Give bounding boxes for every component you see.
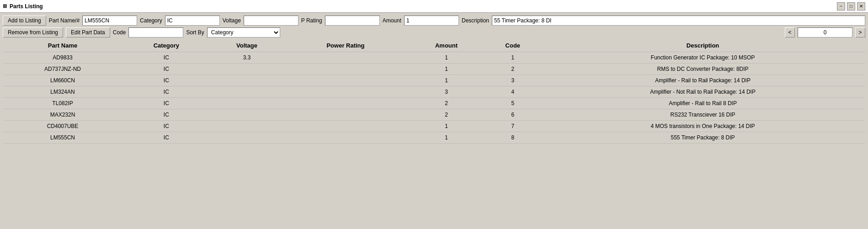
cell-description: 4 MOS transistors in One Package: 14 DIP [540, 121, 865, 132]
cell-code: 6 [485, 109, 541, 121]
cell-power-rating [283, 132, 407, 144]
cell-voltage [210, 64, 284, 75]
cell-code: 1 [485, 52, 541, 64]
cell-category: IC [122, 52, 210, 64]
cell-description: Amplifier - Rail to Rail Package: 14 DIP [540, 75, 865, 86]
cell-part-name: LM555CN [3, 132, 122, 144]
cell-amount: 1 [408, 64, 485, 75]
cell-category: IC [122, 86, 210, 98]
maximize-button[interactable]: □ [847, 2, 855, 11]
cell-amount: 2 [408, 109, 485, 121]
title-bar-controls: − □ ✕ [837, 2, 865, 11]
cell-part-name: TL082IP [3, 98, 122, 109]
minimize-button[interactable]: − [837, 2, 845, 11]
cell-amount: 1 [408, 75, 485, 86]
cell-power-rating [283, 98, 407, 109]
table-row[interactable]: MAX232NIC26RS232 Transciever 16 DIP [3, 109, 865, 121]
code-label: Code [113, 29, 126, 36]
app-icon: ⊞ [3, 3, 7, 9]
cell-part-name: LM660CN [3, 75, 122, 86]
toolbar-row-2: Remove from Listing Edit Part Data Code … [3, 27, 865, 37]
cell-amount: 1 [408, 52, 485, 64]
cell-power-rating [283, 64, 407, 75]
edit-part-data-button[interactable]: Edit Part Data [66, 27, 110, 37]
table-area: Part Name Category Voltage Power Rating … [3, 39, 865, 144]
amount-label: Amount [383, 17, 401, 24]
toolbar-row-1: Add to Listing Part Name/# Category Volt… [3, 16, 865, 26]
cell-code: 2 [485, 64, 541, 75]
cell-voltage [210, 109, 284, 121]
cell-voltage [210, 121, 284, 132]
cell-power-rating [283, 86, 407, 98]
sort-by-select[interactable]: Category Part Name Code Amount [207, 27, 280, 37]
cell-code: 3 [485, 75, 541, 86]
cell-category: IC [122, 109, 210, 121]
cell-power-rating [283, 109, 407, 121]
cell-amount: 1 [408, 121, 485, 132]
description-label: Description [462, 17, 489, 24]
code-input[interactable] [128, 27, 183, 37]
cell-part-name: AD737JNZ-ND [3, 64, 122, 75]
table-row[interactable]: AD9833IC3.311Function Generator IC Packa… [3, 52, 865, 64]
cell-description: RMS to DC Converter Package: 8DIP [540, 64, 865, 75]
cell-category: IC [122, 132, 210, 144]
col-header-category: Category [122, 39, 210, 52]
cell-code: 5 [485, 98, 541, 109]
table-row[interactable]: CD4007UBEIC174 MOS transistors in One Pa… [3, 121, 865, 132]
cell-voltage: 3.3 [210, 52, 284, 64]
cell-voltage [210, 98, 284, 109]
col-header-code: Code [485, 39, 541, 52]
col-header-voltage: Voltage [210, 39, 284, 52]
table-row[interactable]: TL082IPIC25Amplifier - Rail to Rail 8 DI… [3, 98, 865, 109]
voltage-input[interactable] [244, 16, 298, 26]
cell-category: IC [122, 121, 210, 132]
nav-page-input[interactable] [798, 27, 852, 37]
cell-description: 555 Timer Package: 8 DIP [540, 132, 865, 144]
cell-power-rating [283, 52, 407, 64]
header-row: Part Name Category Voltage Power Rating … [3, 39, 865, 52]
cell-amount: 1 [408, 132, 485, 144]
cell-category: IC [122, 98, 210, 109]
cell-amount: 3 [408, 86, 485, 98]
cell-description: RS232 Transciever 16 DIP [540, 109, 865, 121]
col-header-part-name: Part Name [3, 39, 122, 52]
table-row[interactable]: LM660CNIC13Amplifier - Rail to Rail Pack… [3, 75, 865, 86]
cell-voltage [210, 132, 284, 144]
cell-part-name: LM324AN [3, 86, 122, 98]
close-button[interactable]: ✕ [857, 2, 865, 11]
cell-description: Amplifier - Not Rail to Rail Package: 14… [540, 86, 865, 98]
p-rating-input[interactable] [325, 16, 380, 26]
voltage-label: Voltage [223, 17, 241, 24]
cell-voltage [210, 75, 284, 86]
window-body: Add to Listing Part Name/# Category Volt… [0, 13, 868, 146]
cell-power-rating [283, 75, 407, 86]
nav-prev-button[interactable]: < [785, 27, 795, 37]
cell-category: IC [122, 75, 210, 86]
add-to-listing-button[interactable]: Add to Listing [3, 16, 46, 26]
table-row[interactable]: LM324ANIC34Amplifier - Not Rail to Rail … [3, 86, 865, 98]
title-bar: ⊞ Parts Listing − □ ✕ [0, 0, 868, 13]
table-row[interactable]: LM555CNIC18555 Timer Package: 8 DIP [3, 132, 865, 144]
nav-next-button[interactable]: > [855, 27, 865, 37]
table-row[interactable]: AD737JNZ-NDIC12RMS to DC Converter Packa… [3, 64, 865, 75]
part-name-input[interactable] [82, 16, 137, 26]
cell-description: Function Generator IC Package: 10 MSOP [540, 52, 865, 64]
cell-code: 8 [485, 132, 541, 144]
col-header-power-rating: Power Rating [283, 39, 407, 52]
cell-part-name: CD4007UBE [3, 121, 122, 132]
cell-power-rating [283, 121, 407, 132]
amount-input[interactable] [404, 16, 459, 26]
category-input[interactable] [165, 16, 220, 26]
app-title: Parts Listing [10, 3, 43, 10]
cell-part-name: AD9833 [3, 52, 122, 64]
cell-category: IC [122, 64, 210, 75]
cell-description: Amplifier - Rail to Rail 8 DIP [540, 98, 865, 109]
cell-part-name: MAX232N [3, 109, 122, 121]
remove-from-listing-button[interactable]: Remove from Listing [3, 27, 63, 37]
cell-voltage [210, 86, 284, 98]
description-input[interactable] [492, 16, 865, 26]
part-name-label: Part Name/# [49, 17, 80, 24]
p-rating-label: P Rating [301, 17, 322, 24]
cell-code: 4 [485, 86, 541, 98]
category-label: Category [140, 17, 162, 24]
